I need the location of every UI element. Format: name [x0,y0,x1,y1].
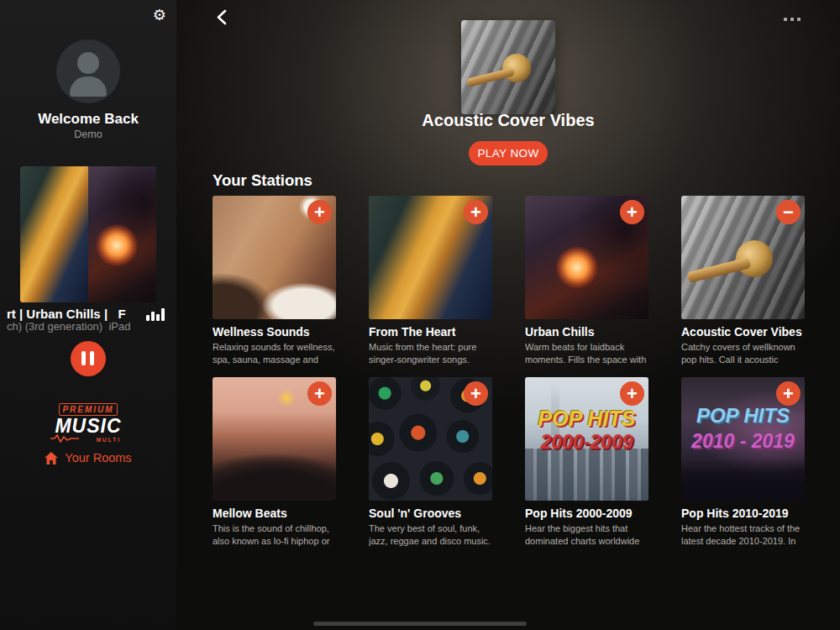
pause-button[interactable] [71,341,106,376]
logo-music-text: MUSIC [0,417,176,436]
add-station-button[interactable]: + [464,200,488,224]
station-card-description: Catchy covers of wellknown pop hits. Cal… [681,341,805,366]
stations-heading: Your Stations [213,171,312,190]
artwork-text: 2000-2009 [525,433,648,452]
user-name: Demo [0,129,176,140]
play-now-button[interactable]: PLAY NOW [469,141,548,165]
city-art [681,459,805,501]
station-card-title: Urban Chills [525,325,648,339]
now-playing-track-marquee: rt | Urban Chills | F [7,307,133,321]
station-card-title: Pop Hits 2010-2019 [681,507,805,520]
now-playing-device-marquee: ch) (3rd generation) iPad [7,320,170,333]
station-card-description: Warm beats for laidback moments. Fills t… [525,341,648,366]
station-card-artwork[interactable]: + [369,377,492,501]
station-card-artwork[interactable]: + [213,377,336,501]
station-card-soul-n-grooves[interactable]: + Soul 'n' Grooves The very best of soul… [369,377,492,548]
station-card-title: From The Heart [369,325,492,339]
station-card-mellow-beats[interactable]: + Mellow Beats This is the sound of chil… [213,377,336,548]
pause-icon [81,351,94,365]
station-card-title: Soul 'n' Grooves [369,507,492,520]
settings-gear-icon[interactable]: ⚙ [153,8,166,23]
remove-station-button[interactable]: − [776,200,801,224]
stations-grid: + Wellness Sounds Relaxing sounds for we… [213,196,811,548]
station-card-urban-chills[interactable]: + Urban Chills Warm beats for laidback m… [525,196,648,366]
station-card-from-the-heart[interactable]: + From The Heart Music from the heart: p… [369,196,492,366]
station-card-description: Hear the biggest hits that dominated cha… [525,522,648,548]
station-card-description: Relaxing sounds for wellness, spa, sauna… [213,341,336,366]
your-rooms-button[interactable]: Your Rooms [0,451,176,465]
station-card-pop-hits-2010-2019[interactable]: POP HITS 2010 - 2019 + Pop Hits 2010-201… [681,377,805,548]
station-card-artwork[interactable]: POP HITS 2000-2009 + [525,377,648,501]
waveform-icon [50,434,79,443]
person-icon [70,76,107,97]
trumpet-art [465,67,515,87]
equalizer-icon [146,308,165,321]
station-card-artwork[interactable]: + [213,196,336,319]
station-card-acoustic-cover-vibes[interactable]: − Acoustic Cover Vibes Catchy covers of … [681,196,805,366]
station-card-artwork[interactable]: POP HITS 2010 - 2019 + [681,377,805,501]
logo-premium-text: PREMIUM [59,403,117,416]
station-card-pop-hits-2000-2009[interactable]: POP HITS 2000-2009 + Pop Hits 2000-2009 … [525,377,648,548]
more-options-icon[interactable] [780,14,804,24]
station-card-title: Acoustic Cover Vibes [681,325,805,339]
add-station-button[interactable]: + [307,200,332,224]
now-playing-row: rt | Urban Chills | F [7,304,165,321]
station-card-wellness-sounds[interactable]: + Wellness Sounds Relaxing sounds for we… [213,196,336,366]
add-station-button[interactable]: + [620,381,644,406]
station-card-description: Music from the heart: pure singer-songwr… [369,341,492,366]
station-title: Acoustic Cover Vibes [176,111,840,130]
now-playing-art-right [88,166,156,302]
station-hero-artwork[interactable] [461,20,555,114]
artwork-text: 2010 - 2019 [681,432,805,451]
back-button[interactable] [210,7,234,30]
premium-music-logo: PREMIUM MUSIC MULTI [0,401,176,443]
add-station-button[interactable]: + [464,381,488,406]
station-card-description: The very best of soul, funk, jazz, regga… [369,522,492,548]
your-rooms-label: Your Rooms [65,451,131,465]
person-icon [77,52,99,74]
add-station-button[interactable]: + [620,200,644,224]
station-card-artwork[interactable]: + [525,196,648,319]
add-station-button[interactable]: + [307,381,332,406]
station-card-description: Hear the hottest tracks of the latest de… [681,522,805,548]
welcome-title: Welcome Back [0,111,176,128]
now-playing-art-left [20,166,88,302]
station-card-artwork[interactable]: − [681,196,805,319]
chevron-left-icon [217,9,227,25]
artwork-text: POP HITS [525,408,648,429]
main-content: Acoustic Cover Vibes PLAY NOW Your Stati… [176,0,840,630]
city-art [525,449,648,501]
app-window: ⚙ Welcome Back Demo rt | Urban Chills | … [0,0,840,630]
avatar[interactable] [56,39,120,103]
artwork-text: POP HITS [681,406,805,426]
station-card-description: This is the sound of chillhop, also know… [213,522,336,548]
station-card-title: Wellness Sounds [213,325,336,339]
station-card-artwork[interactable]: + [369,196,492,319]
home-icon [45,452,58,465]
now-playing-artwork[interactable] [20,166,156,302]
add-station-button[interactable]: + [776,381,801,406]
station-card-title: Mellow Beats [213,507,336,520]
station-card-title: Pop Hits 2000-2009 [525,507,648,520]
home-indicator-bar[interactable] [313,622,527,626]
sidebar: ⚙ Welcome Back Demo rt | Urban Chills | … [0,0,176,630]
